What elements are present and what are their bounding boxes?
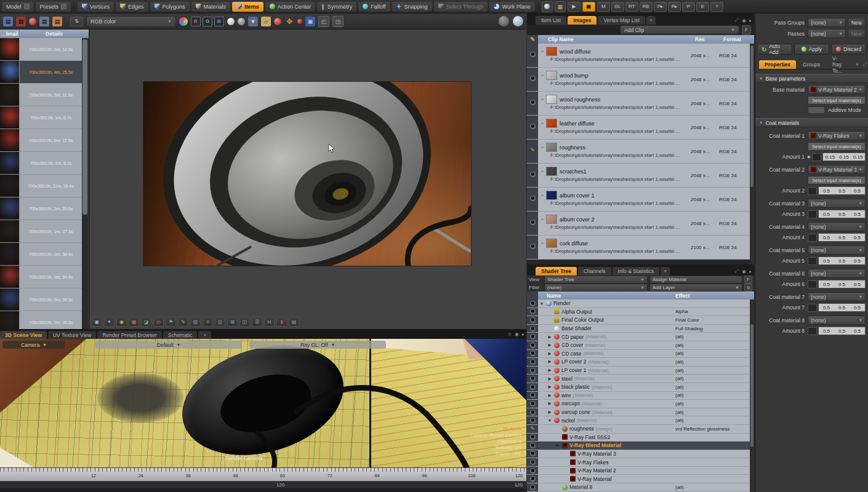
visibility-eye-icon[interactable] [527, 92, 538, 115]
visibility-eye-icon[interactable] [527, 483, 538, 491]
amount-values-field[interactable]: 0.50.50.5 [818, 233, 866, 242]
shader-tree-row[interactable]: ▶ ✕ V-Ray Blend Material [527, 442, 754, 450]
render-history-row[interactable]: 700x393:0h, 1m, 6.7s [0, 106, 82, 129]
channel-toggle-b[interactable]: B [214, 17, 224, 26]
tool-button-work-plane[interactable]: Work Plane [489, 2, 534, 12]
image-icon[interactable]: ▦ [129, 317, 139, 327]
more-icon[interactable]: ▸ [522, 331, 524, 338]
color-wheel-icon[interactable] [179, 17, 188, 26]
render-chip-p[interactable]: P▸ [668, 2, 681, 12]
render-thumbnail[interactable] [0, 129, 20, 151]
gl-options-icon[interactable]: ⟐ [508, 331, 512, 338]
shader-tree-row[interactable]: Final Color Output Final Color [527, 316, 754, 325]
shader-tree-row[interactable]: ▶ wire (Material) (all) [527, 392, 754, 400]
grid-icon[interactable]: ⊞ [227, 317, 238, 327]
gray-sphere-icon[interactable] [238, 18, 245, 25]
clip-row[interactable]: + album cover 1 F:\Dropbox\pics\tutorial… [527, 188, 750, 212]
shader-tree-row[interactable]: ▶ earcup cone (Material) (all) [527, 408, 754, 417]
tool-button-action-center[interactable]: Action Center [265, 2, 316, 12]
images-tab-item-list[interactable]: Item List [536, 16, 566, 25]
more-icon[interactable]: ▸ [749, 269, 752, 274]
amount-values-field[interactable]: 0.50.50.5 [818, 210, 866, 218]
expand-toggle[interactable]: + [541, 193, 544, 197]
visibility-eye-icon[interactable] [527, 450, 538, 458]
file-blue-icon[interactable]: ▤ [3, 17, 13, 26]
visibility-eye-icon[interactable] [527, 408, 538, 416]
tool-button-symmetry[interactable]: ∥Symmetry [317, 2, 356, 12]
shader-tree-row[interactable]: ▶ CD case (Material) (all) [527, 350, 754, 359]
timeline-ruler[interactable]: 1224364860728496108120 [0, 467, 526, 481]
pencil-icon[interactable]: ✎ [178, 317, 188, 327]
shader-tree-row[interactable]: ✕ V-Ray Material 3 [527, 450, 754, 459]
folder-icon[interactable]: ▱ [153, 317, 164, 327]
viewport-tab-uv-texture-view[interactable]: UV Texture View [48, 331, 97, 339]
coat-material-dropdown[interactable]: (none) ▼ [808, 245, 866, 255]
camera-viewport[interactable]: Render Camera [0, 339, 369, 467]
visibility-eye-icon[interactable] [527, 68, 538, 91]
base-parameters-section[interactable]: ▼ Base parameters [755, 74, 868, 83]
visibility-eye-icon[interactable] [527, 308, 538, 316]
scrollbar-thumb[interactable] [82, 39, 87, 215]
auto-add-button[interactable]: ↻Auto Add [757, 44, 792, 55]
images-tab-images[interactable]: Images [568, 16, 597, 25]
apply-button[interactable]: Apply [794, 44, 829, 55]
file-orange-icon[interactable]: ▤ [52, 17, 62, 26]
add-layer-dropdown[interactable]: Add Layer ▼ [649, 284, 742, 292]
visibility-eye-icon[interactable] [527, 367, 538, 375]
shader-tree-row[interactable]: Alpha Output Alpha [527, 308, 754, 317]
expand-caret[interactable]: ▶ [547, 335, 552, 339]
base-material-dropdown[interactable]: ✕ V-Ray Material 2 ▼ [808, 85, 866, 94]
shader-add-tab-button[interactable]: + [661, 267, 670, 276]
shader-tree-row[interactable]: Base Shader Full Shading [527, 325, 754, 333]
coat-materials-section[interactable]: ▼ Coat materials [755, 118, 868, 127]
red-sphere-icon[interactable] [29, 18, 36, 25]
mode-button-vertices[interactable]: Vertices [78, 2, 114, 12]
render-history-row[interactable]: 700x393:0h, 3m, 39.6s [0, 197, 82, 220]
tool-button-falloff[interactable]: Falloff [358, 2, 390, 12]
render-thumbnail[interactable] [0, 106, 20, 129]
preview-sphere-button[interactable] [513, 16, 523, 26]
shader-tree-row[interactable]: ▶ earcups (Material) (all) [527, 400, 754, 408]
tool-button-select-through[interactable]: Select Through [434, 2, 488, 12]
gear-button[interactable] [499, 16, 509, 26]
clip-row[interactable]: + album cover 2 F:\Dropbox\pics\tutorial… [527, 212, 750, 236]
render-thumbnail[interactable] [0, 243, 20, 265]
shader-tree-row[interactable]: ✎ roughness (Image) vrd Reflection gloss… [527, 425, 754, 434]
add-clip-dropdown[interactable]: Add Clip ▼ [620, 25, 739, 34]
move-icon[interactable]: + [496, 341, 499, 347]
mode-button-polygons[interactable]: Polygons [150, 2, 190, 12]
options-icon[interactable]: ◉ [742, 269, 746, 274]
channel-toggle-r[interactable]: R [191, 17, 201, 26]
render-history-row[interactable]: 700x393:0h, 0m, 39.3s [0, 288, 82, 311]
render-thumbnail[interactable] [0, 288, 20, 311]
visibility-eye-icon[interactable] [527, 458, 538, 466]
visibility-eye-icon[interactable] [527, 467, 538, 475]
shader-tree-row[interactable]: ▶ LP cover 2 (Material) (all) [527, 358, 754, 367]
shader-tree-row[interactable]: ▶ CD paper (Material) (all) [527, 333, 754, 341]
viewport-tab-schematic[interactable]: Schematic [163, 331, 198, 339]
save-icon[interactable]: ▼ [104, 317, 115, 327]
passes-dropdown[interactable]: (none) ▼ [808, 29, 846, 38]
rendered-image[interactable] [143, 82, 471, 266]
shader-tree-row[interactable]: ✕ V-Ray Fast SSS2 [527, 434, 754, 442]
white-sphere-icon[interactable] [227, 18, 235, 25]
chart-icon[interactable]: ◪ [141, 317, 151, 327]
select-input-materials-button[interactable]: Select input material(s) [808, 142, 866, 151]
visibility-eye-icon[interactable] [527, 383, 538, 391]
expand-caret[interactable]: ▶ [547, 393, 552, 398]
visibility-eye-icon[interactable]: ✎ [527, 425, 538, 433]
images-tab-vertex-map-list[interactable]: Vertex Map List [598, 16, 645, 25]
render-chip-m[interactable]: M [597, 2, 610, 12]
expand-toggle[interactable]: + [541, 145, 544, 149]
viewport-add-tab-button[interactable]: + [198, 331, 211, 339]
visibility-eye-icon[interactable] [527, 400, 538, 408]
properties-tab-properties[interactable]: Properties [759, 60, 796, 69]
render-history-row[interactable]: 700x393:0h, 4m, 25.5s [0, 61, 82, 84]
perspective-viewport[interactable]: + ◎ ⊕ ▣ No itemsCamera: Render CameraCha… [370, 339, 526, 467]
form-button[interactable]: F [742, 25, 751, 34]
expand-toggle[interactable]: + [541, 97, 544, 101]
clip-row[interactable]: + cork diffuse F:\Dropbox\pics\tutorials… [527, 236, 750, 260]
expand-caret[interactable]: ▶ [547, 368, 552, 373]
raygl-dropdown-pill[interactable]: Ray GL: Off ▼ [249, 341, 386, 349]
visibility-eye-icon[interactable] [527, 325, 538, 333]
